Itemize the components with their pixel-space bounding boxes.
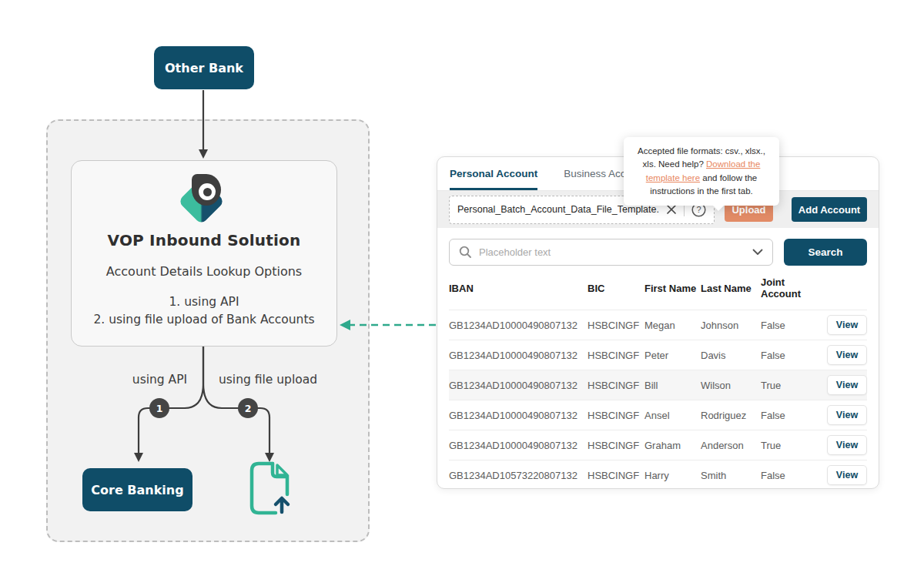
branch-label-api: using API [108,373,212,387]
cell-last-name: Davis [701,350,761,361]
search-icon [459,246,472,259]
chevron-down-icon[interactable] [752,249,763,256]
cell-first-name: Megan [644,320,701,331]
cell-last-name: Smith [701,470,761,481]
accounts-panel: Personal Account Business Account Person… [437,156,879,489]
uploaded-filename: Personal_Batch_Account_Data_File_Templat… [457,204,659,215]
cell-iban: GB1234AD10000490807132 [449,320,588,331]
core-banking-label: Core Banking [91,483,183,497]
search-input[interactable]: Placeholder text [449,239,773,266]
cell-first-name: Ansel [644,410,701,421]
table-row: GB1234AD10000490807132 HSBCINGF Ansel Ro… [449,400,867,430]
cell-bic: HSBCINGF [588,380,644,391]
table-row: GB1234AD10000490807132 HSBCINGF Bill Wil… [449,370,867,400]
branch-number-1: 1 [149,398,169,418]
logo-b-dot [203,188,212,196]
cell-last-name: Johnson [701,320,761,331]
cell-iban: GB1234AD10000490807132 [449,440,588,451]
tab-personal-account[interactable]: Personal Account [450,157,537,190]
table-row: GB1234AD10000490807132 HSBCINGF Megan Jo… [449,310,867,340]
view-button[interactable]: View [827,315,867,335]
page-canvas: Other Bank VOP Inbound Solution Account … [0,0,924,586]
cell-iban: GB1234AD10573220807132 [449,470,588,481]
solution-option-1: 1. using API [72,295,336,309]
cell-joint-account: False [761,410,824,421]
vop-b-diamond-logo-icon [179,174,229,223]
cell-joint-account: True [761,380,824,391]
other-bank-label: Other Bank [165,61,243,75]
search-placeholder: Placeholder text [479,246,745,258]
solution-title: VOP Inbound Solution [72,231,336,249]
cell-bic: HSBCINGF [588,410,644,421]
table-header-row: IBAN BIC First Name Last Name Joint Acco… [449,267,867,310]
cell-first-name: Peter [644,350,701,361]
column-header-last-name: Last Name [701,283,761,294]
view-button[interactable]: View [827,375,867,395]
cell-iban: GB1234AD10000490807132 [449,380,588,391]
table-row: GB1234AD10000490807132 HSBCINGF Peter Da… [449,340,867,370]
cell-joint-account: False [761,320,824,331]
column-header-bic: BIC [588,283,644,294]
accounts-table: IBAN BIC First Name Last Name Joint Acco… [449,267,867,489]
cell-bic: HSBCINGF [588,350,644,361]
view-button[interactable]: View [827,465,867,485]
view-button[interactable]: View [827,345,867,365]
cell-last-name: Wilson [701,380,761,391]
column-header-joint-account: Joint Account [761,276,824,300]
table-row: GB1234AD10573220807132 HSBCINGF Harry Sm… [449,460,867,489]
help-tooltip: Accepted file formats: csv., xlsx., xls.… [624,137,779,206]
cell-joint-account: False [761,470,824,481]
cell-iban: GB1234AD10000490807132 [449,410,588,421]
cell-iban: GB1234AD10000490807132 [449,350,588,361]
vop-inbound-solution-node: VOP Inbound Solution Account Details Loo… [71,160,337,347]
branch-label-file-upload: using file upload [206,373,330,387]
view-button[interactable]: View [827,405,867,425]
cell-first-name: Harry [644,470,701,481]
branch-number-2: 2 [238,398,258,418]
cell-last-name: Rodriguez [701,410,761,421]
svg-text:?: ? [696,205,701,214]
cell-bic: HSBCINGF [588,470,644,481]
table-row: GB1234AD10000490807132 HSBCINGF Graham A… [449,430,867,460]
table-body: GB1234AD10000490807132 HSBCINGF Megan Jo… [449,310,867,489]
other-bank-node: Other Bank [154,46,254,89]
x-icon[interactable] [666,204,677,215]
column-header-iban: IBAN [449,283,588,294]
core-banking-node: Core Banking [82,468,192,511]
cell-joint-account: False [761,350,824,361]
column-header-first-name: First Name [644,283,701,294]
cell-bic: HSBCINGF [588,320,644,331]
file-upload-icon [248,460,291,516]
search-button[interactable]: Search [784,239,867,266]
cell-first-name: Graham [644,440,701,451]
add-account-button[interactable]: Add Account [792,197,867,222]
view-button[interactable]: View [827,435,867,455]
solution-option-2: 2. using file upload of Bank Accounts [72,313,336,326]
solution-subtitle: Account Details Lookup Options [72,264,336,279]
cell-joint-account: True [761,440,824,451]
cell-last-name: Anderson [701,440,761,451]
cell-first-name: Bill [644,380,701,391]
search-row: Placeholder text Search [449,239,867,266]
cell-bic: HSBCINGF [588,440,644,451]
